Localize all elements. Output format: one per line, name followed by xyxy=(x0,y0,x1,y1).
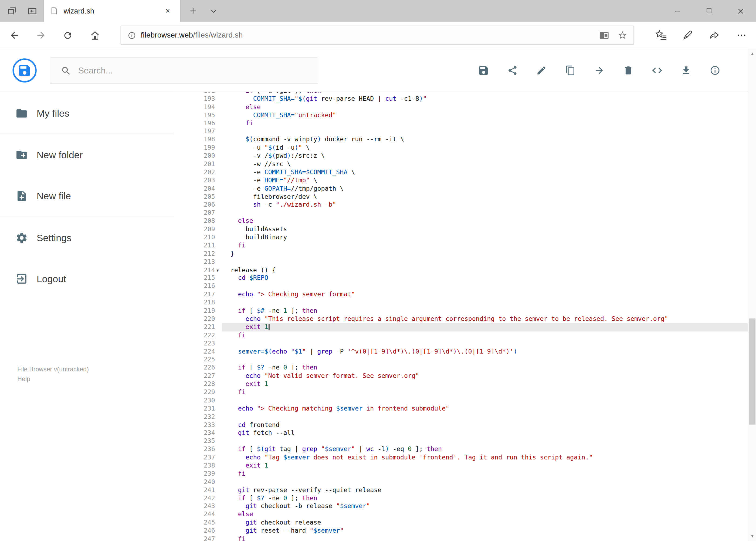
file-info-button[interactable] xyxy=(709,65,721,76)
code-editor[interactable]: 192 if [ -d .git ]; then193 COMMIT_SHA="… xyxy=(189,92,748,541)
more-menu-button[interactable] xyxy=(734,28,749,43)
url-text[interactable]: filebrowser.web/files/wizard.sh xyxy=(141,31,597,39)
code-line[interactable]: 241 git rev-parse --verify --quiet relea… xyxy=(189,486,748,494)
code-line[interactable]: 230 xyxy=(189,396,748,405)
code-line[interactable]: 217 echo "> Checking semver format" xyxy=(189,290,748,299)
code-line[interactable]: 225 xyxy=(189,356,748,364)
code-line[interactable]: 234 git fetch --all xyxy=(189,429,748,437)
sidebar-item-new-file[interactable]: New file xyxy=(0,184,173,209)
share-button[interactable] xyxy=(507,65,518,76)
reading-view-button[interactable] xyxy=(597,28,612,43)
code-line[interactable]: 233 cd frontend xyxy=(189,421,748,429)
code-line[interactable]: 244 else xyxy=(189,511,748,519)
sidebar-item-my-files[interactable]: My files xyxy=(0,101,173,126)
sidebar-item-settings[interactable]: Settings xyxy=(0,225,173,251)
close-window-button[interactable] xyxy=(725,0,756,22)
code-line[interactable]: 209 buildAssets xyxy=(189,225,748,234)
code-line[interactable]: 218 xyxy=(189,299,748,307)
code-line[interactable]: 228 exit 1 xyxy=(189,380,748,388)
code-line[interactable]: 210 buildBinary xyxy=(189,234,748,242)
code-line[interactable]: 223 xyxy=(189,339,748,347)
code-line[interactable]: 224 semver=$(echo "$1" | grep -P '^v(0|[… xyxy=(189,347,748,356)
code-line[interactable]: 221 exit 1 xyxy=(189,323,748,331)
code-line[interactable]: 246 git reset --hard "$semver" xyxy=(189,527,748,535)
back-button[interactable] xyxy=(7,28,22,43)
code-line[interactable]: 201 -w //src \ xyxy=(189,160,748,168)
code-line[interactable]: 227 echo "Not valid semver format. See s… xyxy=(189,372,748,380)
sidebar-item-logout[interactable]: Logout xyxy=(0,266,173,291)
code-line[interactable]: 237 echo "Tag $semver does not exist in … xyxy=(189,453,748,462)
url-field[interactable]: filebrowser.web/files/wizard.sh xyxy=(121,26,634,45)
code-line[interactable]: 216 xyxy=(189,282,748,290)
web-note-button[interactable] xyxy=(680,28,695,43)
maximize-button[interactable] xyxy=(693,0,725,22)
tab-preview-button[interactable] xyxy=(4,3,20,19)
favorites-hub-button[interactable] xyxy=(654,28,668,43)
home-button[interactable] xyxy=(88,28,102,43)
sidebar-item-new-folder[interactable]: New folder xyxy=(0,142,173,168)
rename-button[interactable] xyxy=(536,65,547,76)
code-line[interactable]: 238 exit 1 xyxy=(189,462,748,470)
code-line[interactable]: 229 fi xyxy=(189,388,748,396)
code-line[interactable]: 240 xyxy=(189,478,748,486)
code-line[interactable]: 194 else xyxy=(189,103,748,111)
tab-close-icon[interactable]: × xyxy=(161,5,174,17)
code-line[interactable]: 206 sh -c "./wizard.sh -b" xyxy=(189,201,748,209)
code-line[interactable]: 215 cd $REPO xyxy=(189,274,748,282)
code-line[interactable]: 203 -e HOME="//tmp" \ xyxy=(189,176,748,185)
download-button[interactable] xyxy=(680,65,692,76)
copy-button[interactable] xyxy=(565,65,576,76)
browser-tab[interactable]: wizard.sh × xyxy=(44,0,181,22)
code-line[interactable]: 204 -e GOPATH=//tmp/gopath \ xyxy=(189,185,748,193)
code-line[interactable]: 214▼release () { xyxy=(189,266,748,274)
code-line[interactable]: 219 if [ $# -ne 1 ]; then xyxy=(189,307,748,315)
page-scrollbar[interactable]: ▲ ▼ xyxy=(748,48,756,541)
code-line[interactable]: 226 if [ $? -ne 0 ]; then xyxy=(189,364,748,372)
scroll-down-icon[interactable]: ▼ xyxy=(748,531,756,541)
search-box[interactable] xyxy=(50,58,318,84)
scroll-up-icon[interactable]: ▲ xyxy=(748,48,756,59)
code-line[interactable]: 222 fi xyxy=(189,331,748,339)
help-link[interactable]: Help xyxy=(17,375,30,383)
code-line[interactable]: 193 COMMIT_SHA="$(git rev-parse HEAD | c… xyxy=(189,95,748,103)
code-line[interactable]: 245 git checkout release xyxy=(189,519,748,527)
code-line[interactable]: 200 -v /$(pwd):/src:z \ xyxy=(189,152,748,160)
code-line[interactable]: 208 else xyxy=(189,217,748,225)
filebrowser-logo[interactable] xyxy=(12,58,36,82)
code-line[interactable]: 197 xyxy=(189,128,748,136)
code-line[interactable]: 196 fi xyxy=(189,119,748,128)
code-line[interactable]: 247 fi xyxy=(189,535,748,541)
refresh-button[interactable] xyxy=(60,28,75,43)
site-info-button[interactable] xyxy=(126,30,137,41)
code-line[interactable]: 235 xyxy=(189,437,748,445)
code-line[interactable]: 220 echo "This release script requires a… xyxy=(189,315,748,323)
code-line[interactable]: 212} xyxy=(189,250,748,258)
new-tab-button[interactable] xyxy=(185,3,201,19)
code-line[interactable]: 192 if [ -d .git ]; then xyxy=(189,92,748,95)
code-line[interactable]: 207 xyxy=(189,209,748,217)
save-button[interactable] xyxy=(478,65,489,76)
fold-arrow-icon[interactable]: ▼ xyxy=(216,267,219,275)
code-line[interactable]: 231 echo "> Checking matching $semver in… xyxy=(189,405,748,413)
delete-button[interactable] xyxy=(623,65,634,76)
share-page-button[interactable] xyxy=(707,28,722,43)
code-line[interactable]: 232 xyxy=(189,413,748,421)
code-line[interactable]: 211 fi xyxy=(189,242,748,250)
code-line[interactable]: 213 xyxy=(189,258,748,266)
scrollbar-thumb[interactable] xyxy=(749,318,755,425)
code-line[interactable]: 243 git checkout -b release "$semver" xyxy=(189,502,748,510)
search-input[interactable] xyxy=(78,66,318,76)
move-button[interactable] xyxy=(594,65,605,76)
forward-button[interactable] xyxy=(34,28,48,43)
favorite-star-button[interactable] xyxy=(615,28,630,43)
code-line[interactable]: 239 fi xyxy=(189,470,748,478)
code-line[interactable]: 202 -e COMMIT_SHA=$COMMIT_SHA \ xyxy=(189,168,748,176)
code-line[interactable]: 236 if [ $(git tag | grep "$semver" | wc… xyxy=(189,445,748,453)
raw-view-button[interactable] xyxy=(651,65,663,76)
code-line[interactable]: 198 $(command -v winpty) docker run --rm… xyxy=(189,136,748,144)
minimize-button[interactable] xyxy=(662,0,693,22)
code-line[interactable]: 195 COMMIT_SHA="untracked" xyxy=(189,111,748,119)
code-line[interactable]: 199 -u "$(id -u)" \ xyxy=(189,144,748,152)
code-line[interactable]: 205 filebrowser/dev \ xyxy=(189,193,748,201)
tab-list-button[interactable] xyxy=(205,3,221,19)
